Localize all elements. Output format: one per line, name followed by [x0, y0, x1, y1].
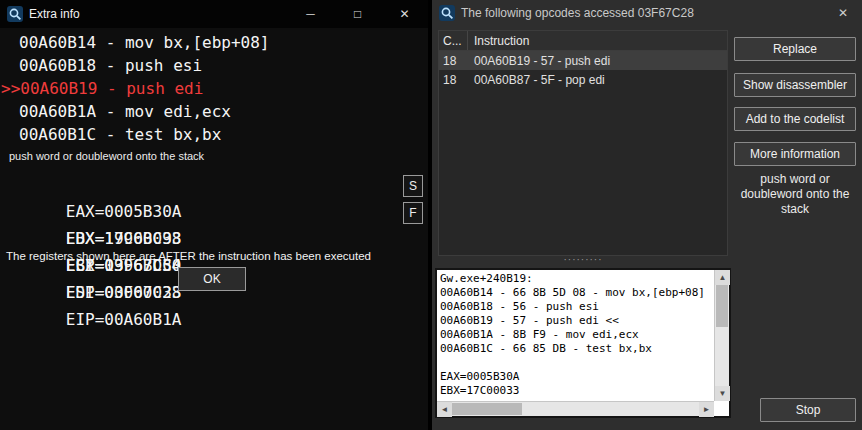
stack-view-button[interactable]: S: [403, 175, 423, 197]
detail-line: [440, 356, 712, 370]
detail-line: EBX=17C00033: [440, 384, 712, 398]
detail-line: 00A60B18 - 56 - push esi: [440, 300, 712, 314]
scroll-down-icon[interactable]: ▼: [715, 386, 730, 401]
count-cell: 18: [439, 70, 468, 89]
ok-button[interactable]: OK: [178, 267, 246, 291]
column-header-instruction[interactable]: Instruction: [468, 31, 727, 50]
close-icon[interactable]: ✕: [834, 6, 852, 20]
add-to-codelist-button[interactable]: Add to the codelist: [734, 107, 856, 131]
table-row[interactable]: 18 00A60B19 - 57 - push edi: [439, 51, 727, 70]
register-eip: EIP=00A60B1A: [66, 306, 193, 333]
disasm-line: 00A60B1A - mov edi,ecx: [0, 100, 428, 123]
instruction-cell: 00A60B87 - 5F - pop edi: [468, 70, 727, 89]
count-cell: 18: [439, 51, 468, 70]
opcode-help-text: push word or doubleword onto the stack: [9, 150, 204, 162]
detail-text: Gw.exe+240B19: 00A60B14 - 66 8B 5D 08 - …: [440, 272, 712, 399]
opcode-help-text: push word or doubleword onto the stack: [734, 172, 856, 217]
more-information-button[interactable]: More information: [734, 142, 856, 166]
disasm-line: 00A60B18 - push esi: [0, 54, 428, 77]
disasm-line-current: >>00A60B19 - push edi: [0, 77, 428, 100]
cheat-engine-icon: [439, 5, 455, 21]
horizontal-scrollbar[interactable]: ◄ ►: [437, 401, 714, 416]
window-title: Extra info: [29, 7, 80, 21]
registers-note: The registers shown here are AFTER the i…: [6, 250, 371, 262]
detail-line: 00A60B14 - 66 8B 5D 08 - mov bx,[ebp+08]: [440, 286, 712, 300]
float-view-button[interactable]: F: [403, 202, 423, 224]
scroll-up-icon[interactable]: ▲: [715, 270, 730, 285]
disasm-line: 00A60B1C - test bx,bx: [0, 123, 428, 146]
table-row[interactable]: 18 00A60B87 - 5F - pop edi: [439, 70, 727, 89]
opcode-access-window: The following opcodes accessed 03F67C28 …: [432, 0, 862, 430]
horizontal-scroll-thumb[interactable]: [452, 403, 522, 415]
cheat-engine-icon: [7, 6, 23, 22]
show-disassembler-button[interactable]: Show disassembler: [734, 73, 856, 97]
instruction-cell: 00A60B19 - 57 - push edi: [468, 51, 727, 70]
disasm-line: 00A60B14 - mov bx,[ebp+08]: [0, 31, 428, 54]
extra-info-titlebar[interactable]: Extra info ─ □ ✕: [0, 0, 428, 28]
vertical-scrollbar[interactable]: ▲ ▼: [714, 270, 729, 401]
detail-line: 00A60B19 - 57 - push edi <<: [440, 314, 712, 328]
close-icon[interactable]: ✕: [381, 0, 428, 28]
register-eax: EAX=0005B30A: [66, 198, 193, 225]
splitter-handle[interactable]: ·········: [438, 257, 728, 266]
register-edi: EDI=00000033: [66, 279, 193, 306]
registers-grid: EAX=0005B30A EDX=1996BC98 EBP=03F67C34 E…: [8, 171, 193, 252]
opcode-window-titlebar[interactable]: The following opcodes accessed 03F67C28 …: [432, 0, 862, 26]
register-row: EAX=0005B30A EDX=1996BC98 EBP=03F67C34: [8, 171, 193, 198]
detail-line: 00A60B1C - 66 85 DB - test bx,bx: [440, 342, 712, 356]
scroll-right-icon[interactable]: ►: [699, 402, 714, 417]
register-ebx: EBX=17C00033: [66, 225, 193, 252]
vertical-scroll-thumb[interactable]: [716, 285, 728, 327]
detail-line: Gw.exe+240B19:: [440, 272, 712, 286]
disassembly-list: 00A60B14 - mov bx,[ebp+08] 00A60B18 - pu…: [0, 31, 428, 146]
detail-line: 00A60B1A - 8B F9 - mov edi,ecx: [440, 328, 712, 342]
scroll-left-icon[interactable]: ◄: [437, 402, 452, 417]
extra-info-window: Extra info ─ □ ✕ 00A60B14 - mov bx,[ebp+…: [0, 0, 428, 430]
maximize-icon[interactable]: □: [334, 0, 381, 28]
window-controls: ─ □ ✕: [287, 0, 428, 28]
table-header: C... Instruction: [439, 31, 727, 51]
replace-button[interactable]: Replace: [734, 37, 856, 61]
detail-line: EAX=0005B30A: [440, 370, 712, 384]
column-header-count[interactable]: C...: [439, 31, 468, 50]
stop-button[interactable]: Stop: [760, 398, 856, 422]
opcode-table: C... Instruction 18 00A60B19 - 57 - push…: [438, 30, 728, 256]
minimize-icon[interactable]: ─: [287, 0, 334, 28]
detail-panel: Gw.exe+240B19: 00A60B14 - 66 8B 5D 08 - …: [435, 268, 731, 418]
view-buttons: S F: [403, 175, 425, 229]
window-title: The following opcodes accessed 03F67C28: [461, 6, 694, 20]
